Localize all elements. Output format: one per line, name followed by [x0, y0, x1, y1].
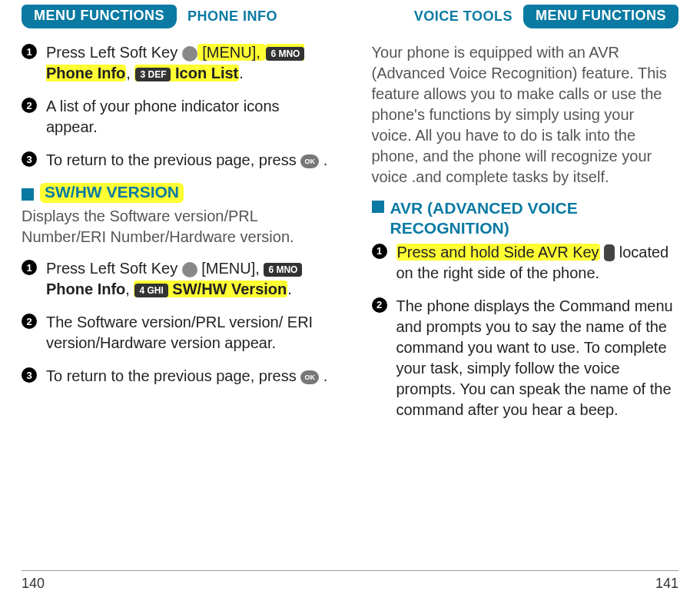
- text: Icon List: [171, 65, 238, 81]
- right-header: VOICE TOOLS MENU FUNCTIONS: [372, 5, 679, 28]
- text: Press Left Soft Key: [46, 44, 182, 61]
- text: Press and hold Side AVR Key: [397, 244, 599, 261]
- step-number-icon: 2: [372, 297, 387, 313]
- page-number-left: 140: [22, 576, 45, 592]
- key-6-icon: 6 MNO: [266, 47, 304, 61]
- ok-key-icon: OK: [300, 370, 319, 384]
- key-3-icon: 3 DEF: [135, 68, 171, 81]
- step-number-icon: 1: [372, 244, 387, 259]
- page-number-right: 141: [655, 576, 678, 592]
- step-body: The phone displays the Command menu and …: [396, 296, 679, 420]
- text: Press Left Soft Key: [46, 260, 182, 277]
- text: ,: [126, 65, 134, 81]
- highlight: Press and hold Side AVR Key: [396, 244, 600, 261]
- step-body: The Software version/PRL version/ ERI ve…: [46, 312, 329, 354]
- step-body: A list of your phone indicator icons app…: [46, 96, 329, 138]
- page-footer: 140 141: [22, 570, 678, 592]
- square-bullet-icon: [372, 201, 384, 213]
- step-number-icon: 1: [22, 44, 37, 59]
- side-avr-key-icon: [604, 244, 615, 261]
- text: Phone Info: [46, 65, 125, 81]
- avr-heading: AVR (ADVANCED VOICE RECOGNITION): [372, 198, 679, 239]
- text: .: [239, 65, 244, 81]
- ok-key-icon: OK: [300, 154, 319, 168]
- voice-tools-label: VOICE TOOLS: [414, 8, 513, 25]
- left-step-1: 1 Press Left Soft Key [MENU], 6 MNO Phon…: [22, 42, 329, 84]
- text: SW/HW Version: [168, 281, 287, 297]
- text: [MENU],: [198, 44, 265, 61]
- menu-functions-tab-right: MENU FUNCTIONS: [523, 5, 678, 28]
- highlight: [MENU],: [197, 44, 266, 61]
- step-number-icon: 2: [22, 98, 37, 113]
- step-number-icon: 3: [22, 151, 37, 167]
- right-step-2: 2 The phone displays the Command menu an…: [372, 296, 679, 420]
- square-bullet-icon: [22, 188, 34, 201]
- step-number-icon: 2: [22, 314, 37, 329]
- heading-text: SW/HW VERSION: [40, 183, 184, 203]
- intro-paragraph: Your phone is equipped with an AVR (Adva…: [372, 42, 679, 188]
- highlight: 3 DEF Icon List: [134, 65, 239, 81]
- text: .: [319, 151, 327, 168]
- text: .: [287, 281, 292, 297]
- left-step-2b: 2 The Software version/PRL version/ ERI …: [22, 312, 329, 354]
- menu-functions-tab-left: MENU FUNCTIONS: [22, 5, 177, 28]
- text: Phone Info: [46, 281, 125, 297]
- right-step-1: 1 Press and hold Side AVR Key located on…: [372, 242, 679, 284]
- text: [MENU],: [197, 260, 264, 277]
- step-body: Press Left Soft Key [MENU], 6 MNO Phone …: [46, 258, 329, 300]
- text: .: [319, 367, 327, 384]
- left-step-3: 3 To return to the previous page, press …: [22, 150, 329, 171]
- step-body: Press Left Soft Key [MENU], 6 MNO Phone …: [46, 42, 329, 84]
- step-body: To return to the previous page, press OK…: [46, 366, 327, 387]
- step-number-icon: 1: [22, 260, 37, 275]
- text: ,: [125, 281, 134, 297]
- step-body: To return to the previous page, press OK…: [46, 150, 327, 171]
- step-number-icon: 3: [22, 367, 37, 383]
- phone-info-label: PHONE INFO: [187, 8, 277, 25]
- heading-text: AVR (ADVANCED VOICE RECOGNITION): [390, 198, 679, 239]
- sw-hw-version-heading: SW/HW VERSION: [22, 183, 329, 203]
- right-page: VOICE TOOLS MENU FUNCTIONS Your phone is…: [372, 0, 679, 570]
- softkey-icon: [182, 262, 197, 277]
- left-page: MENU FUNCTIONS PHONE INFO 1 Press Left S…: [22, 0, 329, 570]
- key-4-icon: 4 GHI: [134, 284, 168, 297]
- key-6-icon: 6 MNO: [264, 263, 302, 277]
- left-step-2: 2 A list of your phone indicator icons a…: [22, 96, 329, 138]
- highlight: 4 GHI SW/HW Version: [134, 281, 287, 297]
- text: To return to the previous page, press: [46, 151, 300, 168]
- left-step-1b: 1 Press Left Soft Key [MENU], 6 MNO Phon…: [22, 258, 329, 300]
- text: To return to the previous page, press: [46, 367, 300, 384]
- left-header: MENU FUNCTIONS PHONE INFO: [22, 5, 329, 28]
- section-description: Displays the Software version/PRL Number…: [22, 206, 329, 247]
- left-step-3b: 3 To return to the previous page, press …: [22, 366, 329, 387]
- step-body: Press and hold Side AVR Key located on t…: [396, 242, 679, 284]
- softkey-icon: [182, 46, 197, 61]
